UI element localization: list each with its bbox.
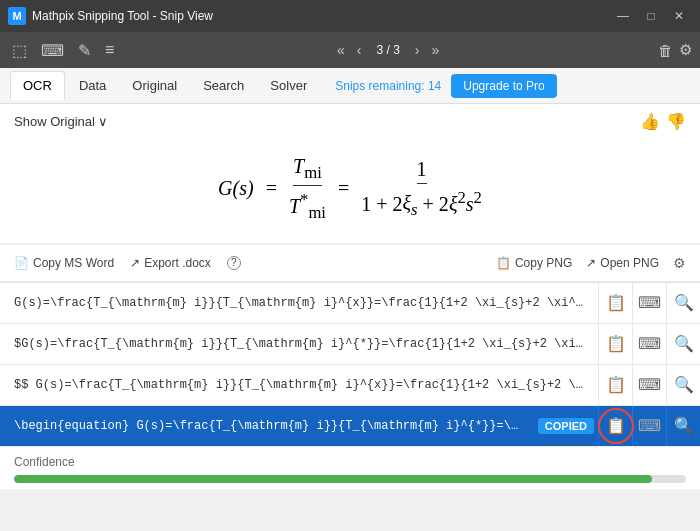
snips-remaining: Snips remaining: 14: [335, 79, 441, 93]
formula-frac2: 1 1 + 2ξs + 2ξ2s2: [361, 158, 482, 221]
copied-badge: COPIED: [538, 418, 594, 434]
maximize-button[interactable]: □: [638, 6, 664, 26]
keyboard-button[interactable]: ⌨: [632, 365, 666, 405]
trash-icon[interactable]: 🗑: [658, 42, 673, 59]
pen-icon[interactable]: ✎: [74, 39, 95, 62]
search-button[interactable]: 🔍: [666, 283, 700, 323]
show-original-link[interactable]: Show Original ∨: [14, 114, 108, 129]
tab-ocr[interactable]: OCR: [10, 71, 65, 100]
copy-png-button[interactable]: 📋 Copy PNG: [496, 256, 572, 270]
tab-original[interactable]: Original: [120, 72, 189, 99]
code-row-active: \begin{equation} G(s)=\frac{T_{\mathrm{m…: [0, 406, 700, 447]
help-icon: ?: [227, 256, 241, 270]
action-settings-icon[interactable]: ⚙: [673, 255, 686, 271]
copy-button-active[interactable]: 📋: [598, 406, 632, 446]
confidence-bar-fill: [14, 475, 652, 483]
window-title: Mathpix Snipping Tool - Snip View: [32, 9, 610, 23]
copy-word-icon: 📄: [14, 256, 29, 270]
show-original-bar: Show Original ∨ 👍 👎: [0, 104, 700, 135]
copy-button[interactable]: 📋: [598, 365, 632, 405]
toolbar: ⬚ ⌨ ✎ ≡ « ‹ 3 / 3 › » 🗑 ⚙: [0, 32, 700, 68]
confidence-section: Confidence: [0, 447, 700, 489]
toolbar-right: 🗑 ⚙: [658, 41, 692, 59]
navigation: « ‹ 3 / 3 › »: [332, 40, 444, 60]
nav-last-button[interactable]: »: [427, 40, 445, 60]
tab-data[interactable]: Data: [67, 72, 118, 99]
nav-prev-button[interactable]: ‹: [352, 40, 367, 60]
copy-png-icon: 📋: [496, 256, 511, 270]
tab-search[interactable]: Search: [191, 72, 256, 99]
search-button[interactable]: 🔍: [666, 365, 700, 405]
nav-counter: 3 / 3: [368, 43, 407, 57]
toolbar-left: ⬚ ⌨ ✎ ≡: [8, 39, 118, 62]
math-formula: G(s) = Tmi T*mi = 1 1 + 2ξs + 2ξ2s2: [218, 155, 482, 223]
snip-icon[interactable]: ⬚: [8, 39, 31, 62]
search-button-active[interactable]: 🔍: [666, 406, 700, 446]
code-text: G(s)=\frac{T_{\mathrm{m} i}}{T_{\mathrm{…: [0, 288, 598, 318]
copy-button[interactable]: 📋: [598, 324, 632, 364]
thumbs-container: 👍 👎: [640, 112, 686, 131]
copy-button[interactable]: 📋: [598, 283, 632, 323]
chevron-down-icon: ∨: [98, 114, 108, 129]
code-list: G(s)=\frac{T_{\mathrm{m} i}}{T_{\mathrm{…: [0, 282, 700, 447]
nav-first-button[interactable]: «: [332, 40, 350, 60]
export-docx-button[interactable]: ↗ Export .docx: [130, 256, 211, 270]
nav-next-button[interactable]: ›: [410, 40, 425, 60]
open-png-icon: ↗: [586, 256, 596, 270]
action-bar: 📄 Copy MS Word ↗ Export .docx ? 📋 Copy P…: [0, 244, 700, 282]
menu-icon[interactable]: ≡: [101, 39, 118, 61]
tabbar: OCR Data Original Search Solver Snips re…: [0, 68, 700, 104]
confidence-bar-background: [14, 475, 686, 483]
app-icon: M: [8, 7, 26, 25]
code-text: $G(s)=\frac{T_{\mathrm{m} i}}{T_{\mathrm…: [0, 329, 598, 359]
keyboard-button-active[interactable]: ⌨: [632, 406, 666, 446]
keyboard-icon[interactable]: ⌨: [37, 39, 68, 62]
tab-solver[interactable]: Solver: [258, 72, 319, 99]
export-icon: ↗: [130, 256, 140, 270]
formula-frac1: Tmi T*mi: [289, 155, 326, 223]
settings-icon[interactable]: ⚙: [679, 41, 692, 59]
row-actions-active: 📋 ⌨ 🔍: [598, 406, 700, 446]
upgrade-button[interactable]: Upgrade to Pro: [451, 74, 556, 98]
window-controls: — □ ✕: [610, 6, 692, 26]
row-actions: 📋 ⌨ 🔍: [598, 283, 700, 323]
open-png-button[interactable]: ↗ Open PNG: [586, 256, 659, 270]
row-actions: 📋 ⌨ 🔍: [598, 365, 700, 405]
action-right: 📋 Copy PNG ↗ Open PNG ⚙: [496, 255, 686, 271]
close-button[interactable]: ✕: [666, 6, 692, 26]
code-text-active: \begin{equation} G(s)=\frac{T_{\mathrm{m…: [0, 411, 538, 441]
formula-display: G(s) = Tmi T*mi = 1 1 + 2ξs + 2ξ2s2: [0, 135, 700, 244]
row-actions: 📋 ⌨ 🔍: [598, 324, 700, 364]
search-button[interactable]: 🔍: [666, 324, 700, 364]
thumbs-up-button[interactable]: 👍: [640, 112, 660, 131]
code-text: $$ G(s)=\frac{T_{\mathrm{m} i}}{T_{\math…: [0, 370, 598, 400]
thumbs-down-button[interactable]: 👎: [666, 112, 686, 131]
help-button[interactable]: ?: [227, 256, 241, 270]
copy-ms-word-button[interactable]: 📄 Copy MS Word: [14, 256, 114, 270]
code-row: G(s)=\frac{T_{\mathrm{m} i}}{T_{\mathrm{…: [0, 283, 700, 324]
code-row: $$ G(s)=\frac{T_{\mathrm{m} i}}{T_{\math…: [0, 365, 700, 406]
formula-g: G(s): [218, 177, 254, 200]
keyboard-button[interactable]: ⌨: [632, 283, 666, 323]
main-content: Show Original ∨ 👍 👎 G(s) = Tmi T*mi = 1 …: [0, 104, 700, 489]
confidence-label: Confidence: [14, 455, 686, 469]
titlebar: M Mathpix Snipping Tool - Snip View — □ …: [0, 0, 700, 32]
keyboard-button[interactable]: ⌨: [632, 324, 666, 364]
code-row: $G(s)=\frac{T_{\mathrm{m} i}}{T_{\mathrm…: [0, 324, 700, 365]
minimize-button[interactable]: —: [610, 6, 636, 26]
